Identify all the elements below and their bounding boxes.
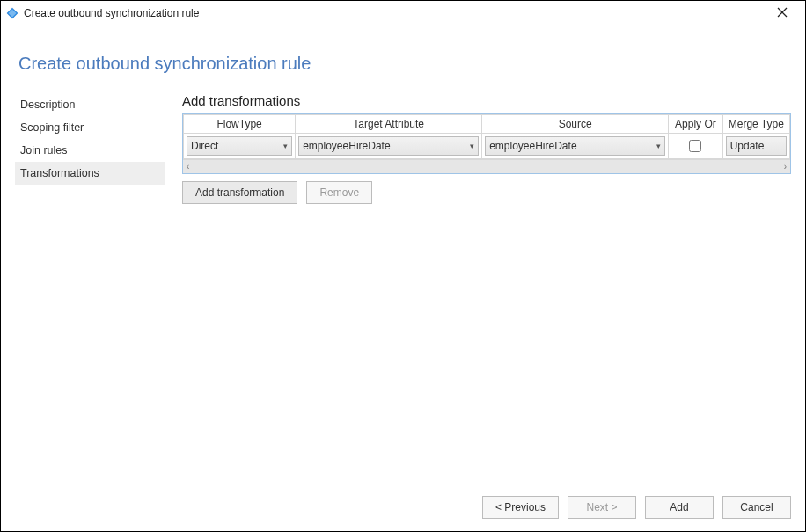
merge-type-value: Update — [730, 140, 782, 152]
col-header-target-attribute[interactable]: Target Attribute — [296, 115, 482, 134]
previous-button[interactable]: < Previous — [482, 496, 559, 519]
section-title: Add transformations — [182, 93, 791, 108]
next-button[interactable]: Next > — [568, 496, 636, 519]
sidebar-item-join-rules[interactable]: Join rules — [15, 139, 165, 162]
grid-horizontal-scrollbar[interactable]: ‹ › — [183, 159, 790, 173]
sidebar-item-description[interactable]: Description — [15, 93, 165, 116]
source-value: employeeHireDate — [489, 140, 653, 152]
chevron-down-icon: ▾ — [283, 142, 288, 150]
content-area: Create outbound synchronization rule Des… — [1, 26, 805, 492]
sidebar-item-label: Transformations — [20, 167, 99, 179]
close-icon — [777, 6, 788, 20]
close-button[interactable] — [765, 1, 800, 26]
window-title: Create outbound synchronization rule — [24, 7, 765, 19]
dialog-window: Create outbound synchronization rule Cre… — [0, 0, 806, 532]
wizard-sidebar: Description Scoping filter Join rules Tr… — [15, 93, 173, 185]
button-label: Add — [670, 501, 688, 514]
wizard-footer: < Previous Next > Add Cancel — [1, 492, 805, 531]
remove-button[interactable]: Remove — [306, 181, 372, 204]
scroll-left-icon[interactable]: ‹ — [187, 162, 189, 171]
sidebar-item-label: Scoping filter — [20, 121, 84, 134]
body-row: Description Scoping filter Join rules Tr… — [15, 93, 791, 492]
add-button[interactable]: Add — [645, 496, 714, 519]
target-attribute-dropdown[interactable]: employeeHireDate ▾ — [298, 136, 479, 156]
col-header-apply-once[interactable]: Apply Or — [669, 115, 722, 134]
sidebar-item-label: Description — [20, 98, 76, 111]
col-header-source[interactable]: Source — [482, 115, 669, 134]
flowtype-dropdown[interactable]: Direct ▾ — [187, 136, 292, 156]
target-attribute-value: employeeHireDate — [303, 140, 466, 152]
col-header-merge-type[interactable]: Merge Type — [722, 115, 789, 134]
merge-type-dropdown[interactable]: Update — [726, 136, 787, 156]
flowtype-value: Direct — [191, 140, 280, 152]
page-heading: Create outbound synchronization rule — [18, 54, 791, 74]
button-label: < Previous — [495, 501, 546, 514]
button-label: Cancel — [740, 501, 773, 514]
button-label: Add transformation — [195, 186, 284, 199]
button-label: Remove — [319, 186, 359, 199]
grid-row: Direct ▾ employeeHireDate ▾ — [184, 134, 790, 159]
chevron-down-icon: ▾ — [656, 142, 661, 150]
sidebar-item-transformations[interactable]: Transformations — [15, 162, 165, 185]
button-label: Next > — [586, 501, 617, 514]
titlebar: Create outbound synchronization rule — [1, 1, 805, 26]
grid-header-row: FlowType Target Attribute Source Apply O… — [184, 115, 790, 134]
sidebar-item-scoping-filter[interactable]: Scoping filter — [15, 116, 165, 139]
add-transformation-button[interactable]: Add transformation — [182, 181, 297, 204]
app-icon — [6, 7, 18, 19]
chevron-down-icon: ▾ — [470, 142, 474, 150]
sidebar-item-label: Join rules — [20, 144, 68, 157]
col-header-flowtype[interactable]: FlowType — [184, 115, 296, 134]
main-panel: Add transformations FlowType — [173, 93, 791, 204]
grid-button-row: Add transformation Remove — [182, 181, 791, 204]
scroll-right-icon[interactable]: › — [784, 162, 787, 171]
source-dropdown[interactable]: employeeHireDate ▾ — [485, 136, 665, 156]
apply-once-cell — [671, 140, 719, 152]
transformations-grid: FlowType Target Attribute Source Apply O… — [182, 113, 791, 174]
cancel-button[interactable]: Cancel — [722, 496, 791, 519]
apply-once-checkbox[interactable] — [689, 140, 701, 152]
